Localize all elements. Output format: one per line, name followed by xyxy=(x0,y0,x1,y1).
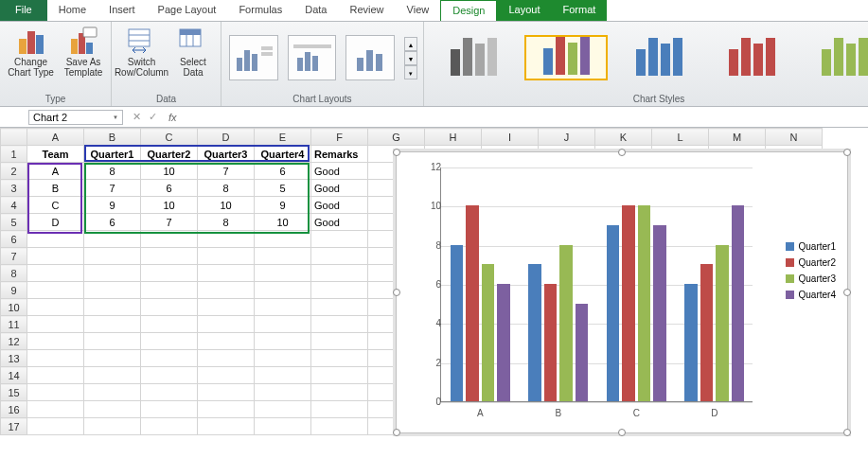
row-header[interactable]: 17 xyxy=(1,418,27,435)
cell[interactable] xyxy=(311,350,368,367)
cell[interactable] xyxy=(311,418,368,435)
cell[interactable] xyxy=(198,316,255,333)
tab-data[interactable]: Data xyxy=(293,0,338,21)
cell[interactable] xyxy=(255,282,311,299)
cell[interactable] xyxy=(198,367,255,384)
column-header[interactable]: K xyxy=(595,129,652,146)
cell[interactable]: 6 xyxy=(255,163,311,180)
column-header[interactable]: G xyxy=(368,129,425,146)
chart-layout-thumb[interactable] xyxy=(229,35,278,80)
cell[interactable] xyxy=(141,316,198,333)
cell[interactable] xyxy=(141,248,198,265)
cell[interactable] xyxy=(27,418,84,435)
row-header[interactable]: 7 xyxy=(1,248,27,265)
tab-home[interactable]: Home xyxy=(47,0,97,21)
row-header[interactable]: 16 xyxy=(1,401,27,418)
cell[interactable]: 8 xyxy=(84,163,141,180)
chart-style-thumb[interactable] xyxy=(617,35,700,80)
row-header[interactable]: 11 xyxy=(1,316,27,333)
cell[interactable] xyxy=(27,231,84,248)
bar[interactable] xyxy=(622,205,634,401)
cell[interactable] xyxy=(27,350,84,367)
cell[interactable] xyxy=(84,333,141,350)
embedded-chart[interactable]: 024681012ABCD Quarter1Quarter2Quarter3Qu… xyxy=(396,151,848,433)
cell[interactable] xyxy=(255,265,311,282)
column-header[interactable]: M xyxy=(709,129,766,146)
cell[interactable]: 8 xyxy=(198,214,255,231)
column-header[interactable]: J xyxy=(539,129,595,146)
cell[interactable] xyxy=(198,333,255,350)
column-header[interactable]: A xyxy=(27,129,84,146)
worksheet-grid[interactable]: ABCDEFGHIJKLMN1TeamQuarter1Quarter2Quart… xyxy=(0,128,868,435)
tab-format[interactable]: Format xyxy=(551,0,607,21)
cell[interactable] xyxy=(27,282,84,299)
tab-design[interactable]: Design xyxy=(440,0,497,21)
row-header[interactable]: 9 xyxy=(1,282,27,299)
cell[interactable] xyxy=(255,248,311,265)
chevron-down-icon[interactable]: ▼ xyxy=(113,115,118,120)
cell[interactable] xyxy=(84,231,141,248)
cell[interactable] xyxy=(141,367,198,384)
cell[interactable]: 9 xyxy=(84,197,141,214)
row-header[interactable]: 4 xyxy=(1,197,27,214)
cell[interactable]: Good xyxy=(311,163,368,180)
gallery-expand-icon[interactable]: ▾ xyxy=(404,65,417,79)
cell[interactable] xyxy=(141,384,198,401)
cell[interactable] xyxy=(84,418,141,435)
cell[interactable] xyxy=(255,333,311,350)
column-header[interactable]: I xyxy=(482,129,539,146)
cell[interactable] xyxy=(198,248,255,265)
cell[interactable] xyxy=(255,299,311,316)
row-header[interactable]: 12 xyxy=(1,333,27,350)
cell[interactable]: Team xyxy=(27,146,84,163)
bar[interactable] xyxy=(684,284,697,401)
bar[interactable] xyxy=(451,245,463,401)
cell[interactable]: C xyxy=(27,197,84,214)
cell[interactable] xyxy=(84,265,141,282)
cell[interactable] xyxy=(311,282,368,299)
column-header[interactable]: F xyxy=(311,129,368,146)
cell[interactable] xyxy=(84,384,141,401)
legend-item[interactable]: Quarter2 xyxy=(786,257,836,268)
chart-layout-thumb[interactable] xyxy=(288,35,337,80)
cell[interactable]: Quarter2 xyxy=(141,146,198,163)
cell[interactable] xyxy=(27,299,84,316)
cell[interactable]: 5 xyxy=(255,180,311,197)
legend-item[interactable]: Quarter1 xyxy=(786,241,836,252)
cell[interactable] xyxy=(311,401,368,418)
cell[interactable] xyxy=(27,248,84,265)
cell[interactable] xyxy=(198,231,255,248)
legend-item[interactable]: Quarter3 xyxy=(786,273,836,284)
cell[interactable] xyxy=(27,384,84,401)
bar[interactable] xyxy=(466,205,478,401)
row-header[interactable]: 10 xyxy=(1,299,27,316)
cell[interactable] xyxy=(255,418,311,435)
cell[interactable]: Good xyxy=(311,197,368,214)
cell[interactable]: 7 xyxy=(198,163,255,180)
cell[interactable] xyxy=(255,367,311,384)
fx-icon[interactable]: fx xyxy=(161,112,185,123)
tab-formulas[interactable]: Formulas xyxy=(227,0,293,21)
chart-style-thumb[interactable] xyxy=(524,35,608,80)
cell[interactable]: 8 xyxy=(198,180,255,197)
scroll-down-icon[interactable]: ▼ xyxy=(404,51,417,65)
cell[interactable]: 9 xyxy=(255,197,311,214)
chart-style-thumb[interactable] xyxy=(432,35,515,80)
bar[interactable] xyxy=(716,245,728,401)
cell[interactable] xyxy=(84,367,141,384)
chart-style-thumb[interactable] xyxy=(803,35,868,80)
name-box[interactable]: Chart 2 ▼ xyxy=(28,110,123,125)
cell[interactable] xyxy=(84,248,141,265)
bar[interactable] xyxy=(638,205,650,401)
tab-view[interactable]: View xyxy=(396,0,441,21)
cell[interactable] xyxy=(311,333,368,350)
chart-style-thumb[interactable] xyxy=(710,35,793,80)
cell[interactable]: 6 xyxy=(84,214,141,231)
cell[interactable]: 7 xyxy=(84,180,141,197)
cell[interactable] xyxy=(311,248,368,265)
cell[interactable]: 10 xyxy=(255,214,311,231)
cell[interactable]: Quarter1 xyxy=(84,146,141,163)
cell[interactable] xyxy=(84,282,141,299)
row-header[interactable]: 15 xyxy=(1,384,27,401)
select-data-button[interactable]: Select Data xyxy=(171,24,215,79)
